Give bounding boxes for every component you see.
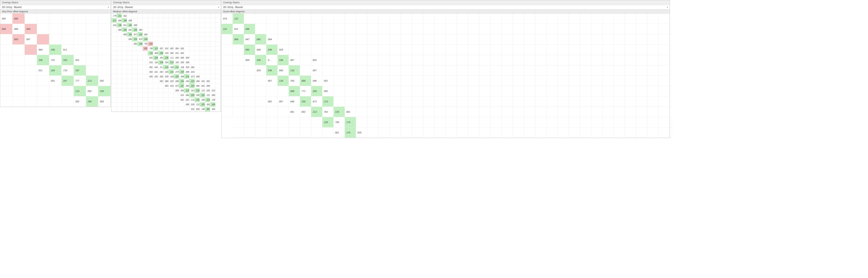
matrix-cell[interactable] xyxy=(446,86,457,96)
matrix-cell[interactable] xyxy=(636,96,647,107)
matrix-cell[interactable]: .046 xyxy=(311,76,322,86)
matrix-cell[interactable] xyxy=(266,127,278,138)
matrix-cell[interactable] xyxy=(132,13,137,18)
matrix-cell[interactable] xyxy=(127,93,132,98)
matrix-cell[interactable] xyxy=(210,13,215,18)
matrix-cell[interactable] xyxy=(625,117,636,127)
matrix-cell[interactable]: .004 xyxy=(132,42,137,46)
matrix-cell[interactable] xyxy=(148,32,153,37)
matrix-cell[interactable]: .222 xyxy=(200,93,205,98)
matrix-cell[interactable] xyxy=(513,76,524,86)
matrix-cell[interactable] xyxy=(132,69,137,74)
matrix-cell[interactable] xyxy=(127,46,132,51)
matrix-cell[interactable] xyxy=(195,46,200,51)
matrix-cell[interactable]: .228 xyxy=(195,88,200,93)
matrix-cell[interactable] xyxy=(547,107,558,117)
matrix-cell[interactable] xyxy=(580,13,591,24)
matrix-cell[interactable] xyxy=(434,76,446,86)
matrix-cell[interactable] xyxy=(244,13,255,24)
matrix-cell[interactable] xyxy=(127,60,132,65)
matrix-cell[interactable] xyxy=(143,51,148,56)
matrix-cell[interactable] xyxy=(401,44,412,55)
matrix-cell[interactable] xyxy=(625,34,636,44)
matrix-cell[interactable]: .123 xyxy=(195,102,200,107)
matrix-cell[interactable] xyxy=(215,23,221,28)
matrix-cell[interactable] xyxy=(434,24,446,34)
matrix-cell[interactable] xyxy=(479,107,491,117)
matrix-cell[interactable]: .001 xyxy=(205,79,210,84)
matrix-cell[interactable] xyxy=(132,60,137,65)
matrix-cell[interactable]: .098 xyxy=(184,69,189,74)
matrix-cell[interactable] xyxy=(580,76,591,86)
matrix-cell[interactable] xyxy=(0,65,12,76)
matrix-cell[interactable]: .182 xyxy=(127,23,132,28)
matrix-cell[interactable] xyxy=(334,96,345,107)
matrix-cell[interactable] xyxy=(457,76,468,86)
matrix-cell[interactable]: .010 xyxy=(189,107,195,112)
matrix-cell[interactable] xyxy=(602,107,614,117)
matrix-cell[interactable] xyxy=(184,28,189,32)
matrix-cell[interactable] xyxy=(647,65,658,76)
matrix-cell[interactable] xyxy=(334,44,345,55)
matrix-cell[interactable] xyxy=(345,76,356,86)
matrix-cell[interactable] xyxy=(255,76,266,86)
matrix-cell[interactable] xyxy=(205,74,210,79)
matrix-cell[interactable] xyxy=(558,65,569,76)
matrix-cell[interactable] xyxy=(289,127,300,138)
matrix-cell[interactable] xyxy=(558,127,569,138)
matrix-cell[interactable] xyxy=(412,55,423,65)
matrix-cell[interactable] xyxy=(163,42,169,46)
matrix-cell[interactable]: .010 xyxy=(148,60,153,65)
matrix-cell[interactable] xyxy=(636,24,647,34)
matrix-cell[interactable] xyxy=(184,51,189,56)
matrix-cell[interactable]: .001 xyxy=(49,76,62,86)
matrix-cell[interactable]: .037 xyxy=(148,42,153,46)
matrix-cell[interactable]: .118 xyxy=(289,65,300,76)
matrix-cell[interactable] xyxy=(62,34,74,44)
matrix-cell[interactable]: .004 xyxy=(143,32,148,37)
matrix-cell[interactable] xyxy=(614,34,625,44)
matrix-cell[interactable] xyxy=(112,74,117,79)
matrix-cell[interactable]: .009 xyxy=(158,74,163,79)
matrix-cell[interactable] xyxy=(423,13,434,24)
matrix-cell[interactable] xyxy=(535,107,547,117)
matrix-cell[interactable]: .066 xyxy=(244,24,255,34)
matrix-cell[interactable] xyxy=(174,23,179,28)
matrix-cell[interactable] xyxy=(137,65,143,69)
matrix-cell[interactable]: .001 xyxy=(322,76,334,86)
matrix-cell[interactable] xyxy=(591,86,602,96)
matrix-cell[interactable] xyxy=(25,65,37,76)
matrix-cell[interactable] xyxy=(636,86,647,96)
matrix-cell[interactable] xyxy=(210,42,215,46)
matrix-cell[interactable] xyxy=(158,13,163,18)
matrix-cell[interactable] xyxy=(49,34,62,44)
matrix-cell[interactable] xyxy=(468,24,479,34)
matrix-cell[interactable] xyxy=(233,86,244,96)
matrix-cell[interactable] xyxy=(479,96,491,107)
matrix-cell[interactable] xyxy=(0,86,12,96)
matrix-cell[interactable] xyxy=(215,18,221,23)
matrix-cell[interactable] xyxy=(137,74,143,79)
matrix-cell[interactable] xyxy=(195,37,200,41)
dataset-dropdown[interactable]: 20~1h1q - Bound▾ xyxy=(221,5,670,9)
matrix-cell[interactable] xyxy=(602,44,614,55)
matrix-cell[interactable] xyxy=(189,42,195,46)
matrix-cell[interactable] xyxy=(153,37,158,41)
matrix-cell[interactable] xyxy=(345,86,356,96)
matrix-cell[interactable] xyxy=(345,96,356,107)
matrix-cell[interactable] xyxy=(457,127,468,138)
matrix-cell[interactable] xyxy=(670,127,672,138)
matrix-cell[interactable] xyxy=(174,13,179,18)
matrix-cell[interactable] xyxy=(169,18,174,23)
matrix-cell[interactable] xyxy=(153,107,158,112)
matrix-cell[interactable]: .001 xyxy=(74,55,86,65)
matrix-cell[interactable] xyxy=(513,107,524,117)
matrix-cell[interactable] xyxy=(468,107,479,117)
matrix-cell[interactable]: .214 xyxy=(169,69,174,74)
matrix-cell[interactable] xyxy=(221,44,233,55)
matrix-cell[interactable] xyxy=(513,24,524,34)
matrix-cell[interactable]: .098 xyxy=(174,79,179,84)
matrix-cell[interactable] xyxy=(580,127,591,138)
matrix-cell[interactable] xyxy=(244,107,255,117)
matrix-cell[interactable]: .350 xyxy=(184,84,189,88)
